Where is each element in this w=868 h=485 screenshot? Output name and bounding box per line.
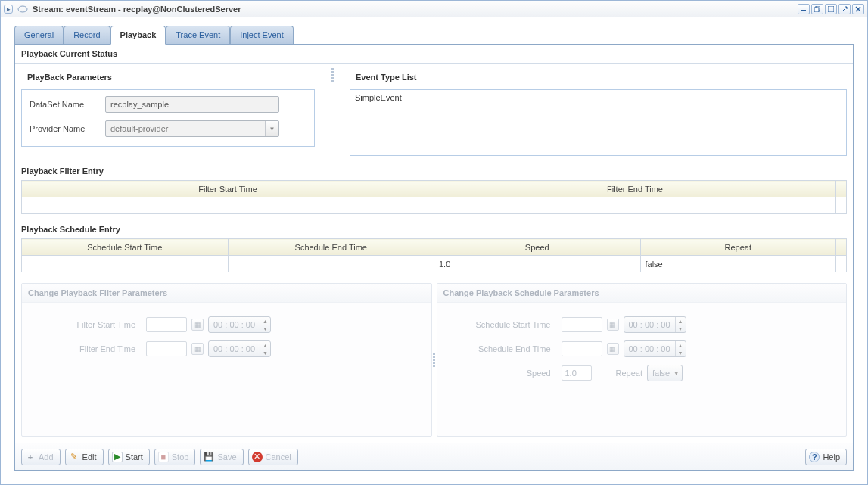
table-row[interactable]	[22, 197, 847, 214]
calendar-icon[interactable]: ▦	[607, 319, 619, 331]
filter-entry-table: Filter Start Time Filter End Time	[21, 180, 847, 214]
table-row[interactable]: 1.0 false	[22, 256, 847, 272]
spinner-up-icon[interactable]: ▲	[676, 317, 686, 325]
sched-repeat-cell: false	[640, 256, 836, 272]
speed-value: 1.0	[565, 368, 577, 378]
sched-speed-cell: 1.0	[434, 256, 641, 272]
help-icon: ?	[809, 452, 820, 462]
cancel-icon: ✕	[252, 452, 263, 462]
time-value: 00 : 00 : 00	[209, 344, 260, 353]
add-button[interactable]: + Add	[21, 449, 61, 465]
sched-col-repeat[interactable]: Repeat	[640, 239, 836, 256]
change-schedule-title: Change Playback Schedule Parameters	[437, 284, 847, 303]
repeat-select[interactable]: false ▼	[647, 365, 683, 381]
tab-inject-event[interactable]: Inject Event	[230, 26, 293, 45]
collapse-toggle[interactable]: ▸	[4, 5, 13, 14]
sched-start-time-spinner[interactable]: 00 : 00 : 00 ▲▼	[624, 316, 686, 333]
button-label: Save	[217, 452, 236, 462]
time-value: 00 : 00 : 00	[624, 344, 675, 353]
maximize-button[interactable]	[825, 4, 837, 14]
schedule-entry-table: Schedule Start Time Schedule End Time Sp…	[21, 238, 847, 272]
sched-col-end[interactable]: Schedule End Time	[228, 239, 434, 256]
spinner-up-icon[interactable]: ▲	[260, 341, 270, 349]
button-label: Add	[39, 452, 54, 462]
close-button[interactable]	[852, 4, 864, 14]
provider-name-value: default-provider	[110, 124, 168, 133]
sched-end-date-input[interactable]	[562, 341, 602, 356]
event-type-list[interactable]: SimpleEvent	[350, 90, 846, 155]
svg-point-0	[18, 6, 27, 12]
tab-playback[interactable]: Playback	[110, 26, 166, 45]
save-icon: 💾	[204, 452, 214, 462]
sched-start-label: Schedule Start Time	[451, 320, 557, 329]
provider-name-label: Provider Name	[30, 124, 105, 133]
spinner-up-icon[interactable]: ▲	[676, 341, 686, 349]
filter-start-time-spinner[interactable]: 00 : 00 : 00 ▲▼	[208, 316, 271, 333]
detach-button[interactable]	[838, 4, 851, 14]
tab-general[interactable]: General	[14, 26, 64, 45]
spinner-down-icon[interactable]: ▼	[260, 349, 270, 356]
restore-button[interactable]	[811, 4, 823, 14]
start-button[interactable]: ▶ Start	[108, 449, 150, 465]
sched-start-date-input[interactable]	[562, 317, 602, 332]
stop-button[interactable]: ■ Stop	[154, 449, 196, 465]
filter-start-cell	[22, 197, 434, 214]
spinner-down-icon[interactable]: ▼	[260, 325, 270, 332]
sched-start-cell	[22, 256, 229, 272]
sched-col-speed[interactable]: Speed	[434, 239, 641, 256]
repeat-value: false	[652, 368, 670, 378]
spinner-up-icon[interactable]: ▲	[260, 317, 270, 325]
calendar-icon[interactable]: ▦	[191, 343, 204, 355]
dataset-name-label: DataSet Name	[30, 100, 105, 109]
tab-record[interactable]: Record	[64, 26, 110, 45]
spinner-down-icon[interactable]: ▼	[676, 325, 686, 332]
tab-trace-event[interactable]: Trace Event	[166, 26, 230, 45]
params-title: PlayBack Parameters	[21, 68, 315, 86]
help-button[interactable]: ? Help	[805, 449, 847, 465]
button-label: Edit	[82, 452, 97, 462]
svg-rect-1	[801, 10, 806, 11]
change-filter-title: Change Playback Filter Parameters	[22, 284, 431, 303]
time-value: 00 : 00 : 00	[209, 320, 260, 329]
event-type-item[interactable]: SimpleEvent	[355, 93, 842, 102]
vertical-splitter[interactable]	[432, 283, 437, 437]
time-value: 00 : 00 : 00	[624, 320, 675, 329]
status-title: Playback Current Status	[15, 45, 853, 64]
change-filter-panel: Change Playback Filter Parameters Filter…	[21, 283, 432, 437]
filter-end-date-input[interactable]	[146, 341, 187, 356]
svg-rect-4	[828, 6, 834, 12]
filter-end-cell	[434, 197, 836, 214]
events-title: Event Type List	[350, 68, 847, 86]
save-button[interactable]: 💾 Save	[200, 449, 243, 465]
filter-col-start[interactable]: Filter Start Time	[22, 181, 434, 197]
calendar-icon[interactable]: ▦	[607, 343, 619, 355]
speed-input[interactable]: 1.0	[562, 365, 592, 381]
provider-name-select[interactable]: default-provider ▼	[105, 120, 279, 137]
chevron-down-icon: ▼	[670, 365, 682, 381]
filter-col-end[interactable]: Filter End Time	[434, 181, 836, 197]
calendar-icon[interactable]: ▦	[191, 319, 204, 331]
stream-window: ▸ Stream: eventStream - recplay@NonClust…	[0, 0, 868, 485]
filter-end-label: Filter End Time	[36, 344, 142, 353]
minimize-button[interactable]	[798, 4, 810, 14]
dataset-name-input[interactable]: recplay_sample	[105, 96, 279, 113]
edit-button[interactable]: ✎ Edit	[65, 449, 104, 465]
vertical-splitter[interactable]	[330, 68, 334, 82]
sched-col-start[interactable]: Schedule Start Time	[22, 239, 229, 256]
filter-end-time-spinner[interactable]: 00 : 00 : 00 ▲▼	[208, 340, 271, 357]
filter-start-date-input[interactable]	[146, 317, 187, 332]
button-label: Cancel	[266, 452, 291, 462]
stop-icon: ■	[158, 452, 169, 462]
button-label: Start	[126, 452, 143, 462]
dataset-name-value: recplay_sample	[110, 100, 169, 109]
cancel-button[interactable]: ✕ Cancel	[248, 449, 298, 465]
sched-end-label: Schedule End Time	[451, 344, 557, 353]
sched-end-cell	[228, 256, 434, 272]
titlebar: ▸ Stream: eventStream - recplay@NonClust…	[1, 1, 867, 17]
change-schedule-panel: Change Playback Schedule Parameters Sche…	[437, 283, 848, 437]
spinner-down-icon[interactable]: ▼	[676, 349, 686, 356]
sched-end-time-spinner[interactable]: 00 : 00 : 00 ▲▼	[624, 340, 686, 357]
toolbar: + Add ✎ Edit ▶ Start ■ Stop 💾 Save	[15, 443, 853, 470]
filter-entry-title: Playback Filter Entry	[21, 163, 847, 180]
button-label: Stop	[172, 452, 189, 462]
